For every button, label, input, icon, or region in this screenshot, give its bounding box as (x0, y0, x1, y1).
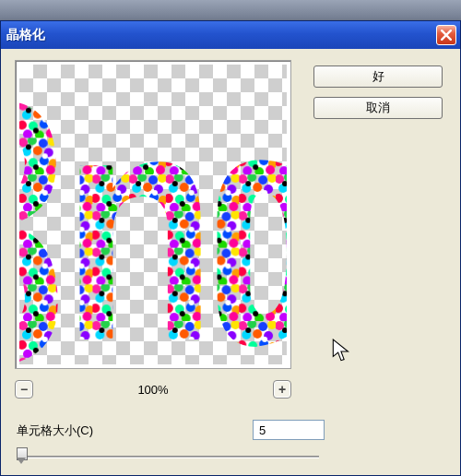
zoom-level-label: 100% (137, 383, 168, 397)
slider-thumb[interactable] (17, 447, 26, 464)
ok-button[interactable]: 好 (313, 65, 443, 88)
preview-art (19, 65, 287, 364)
close-icon (441, 30, 452, 41)
plus-icon: + (278, 382, 286, 397)
cancel-button[interactable]: 取消 (313, 97, 443, 119)
window-title: 晶格化 (6, 27, 45, 43)
cell-size-label: 单元格大小(C) (17, 422, 93, 439)
cancel-button-label: 取消 (366, 100, 390, 116)
minus-icon: − (20, 382, 28, 397)
cell-size-row: 单元格大小(C) (17, 420, 450, 442)
ok-button-label: 好 (372, 68, 384, 85)
button-column: 好 取消 (313, 65, 443, 128)
titlebar[interactable]: 晶格化 (1, 21, 460, 49)
client-area: − 100% + 好 取消 单元格大小(C) (4, 49, 457, 472)
svg-rect-19 (19, 65, 287, 364)
zoom-out-button[interactable]: − (15, 380, 33, 399)
backdrop-app (0, 0, 461, 22)
cell-size-slider[interactable] (17, 447, 319, 466)
zoom-row: − 100% + (15, 378, 291, 400)
preview-viewport[interactable] (19, 65, 287, 364)
slider-track (17, 456, 319, 458)
dialog-window: 晶格化 (0, 20, 461, 476)
cell-size-input[interactable] (253, 420, 325, 440)
mouse-cursor (332, 339, 352, 364)
zoom-in-button[interactable]: + (273, 380, 291, 399)
preview-panel (15, 60, 291, 369)
close-button[interactable] (436, 25, 456, 45)
